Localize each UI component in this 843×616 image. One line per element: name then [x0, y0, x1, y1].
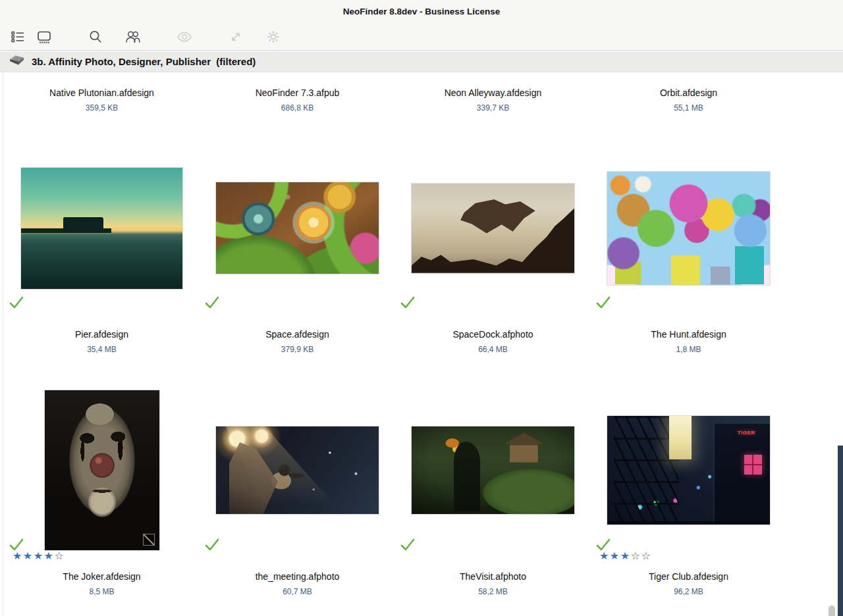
checkmark-icon — [596, 296, 611, 309]
eye-icon — [176, 29, 193, 45]
stars-empty: ☆☆ — [631, 550, 652, 561]
file-item-the-meeting[interactable]: the_meeting.afphoto 60,7 MB — [200, 390, 395, 616]
partial-next-item-edge — [838, 446, 843, 616]
file-name: Tiger Club.afdesign — [591, 571, 786, 582]
file-item-tiger-club[interactable]: TIGER ★★★☆☆ Tiger Club.afdesign 96,2 MB — [591, 390, 786, 616]
catalog-title: 3b. Affinity Photo, Designer, Publisher … — [32, 56, 256, 67]
disk-icon — [8, 55, 26, 68]
thumbnail-the-hunt[interactable] — [607, 172, 770, 285]
file-item-native-plutonian[interactable]: Native Plutonian.afdesign 359,5 KB — [4, 72, 200, 148]
computer-icon — [36, 29, 53, 45]
file-item-the-hunt[interactable]: The Hunt.afdesign 1,8 MB — [591, 147, 786, 390]
checkmark-icon — [400, 296, 415, 309]
window-title: NeoFinder 8.8dev - Business License — [343, 7, 501, 16]
file-name: Native Plutonian.afdesign — [4, 88, 200, 98]
gear-icon — [265, 29, 281, 45]
caption-strip — [607, 521, 770, 525]
file-name: NeoFinder 7.3.afpub — [200, 88, 395, 98]
file-item-neofinder-73[interactable]: NeoFinder 7.3.afpub 686,8 KB — [200, 72, 395, 148]
file-grid: Native Plutonian.afdesign 359,5 KB NeoFi… — [0, 72, 843, 616]
thumbnail-pier[interactable] — [21, 168, 182, 289]
window-titlebar: NeoFinder 8.8dev - Business License — [0, 0, 843, 22]
file-size: 60,7 MB — [200, 587, 395, 596]
file-size: 379,9 KB — [200, 345, 395, 354]
search-button[interactable] — [86, 28, 105, 46]
file-item-thevisit[interactable]: TheVisit.afphoto 58,2 MB — [395, 390, 591, 616]
computer-view-button[interactable] — [34, 28, 54, 46]
file-item-neon-alleyway[interactable]: Neon Alleyway.afdesign 339,7 KB — [395, 72, 591, 148]
preview-button — [175, 28, 194, 46]
file-item-pier[interactable]: Pier.afdesign 35,4 MB — [4, 147, 200, 390]
file-size: 66,4 MB — [395, 345, 591, 354]
file-name: Orbit.afdesign — [591, 88, 786, 98]
expand-icon — [228, 29, 244, 45]
users-icon — [124, 29, 142, 45]
thumbnail-thevisit[interactable] — [412, 426, 574, 514]
file-name: TheVisit.afphoto — [395, 571, 591, 582]
checkmark-icon — [400, 538, 415, 552]
grid-row-1: Native Plutonian.afdesign 359,5 KB NeoFi… — [0, 72, 843, 148]
file-item-space[interactable]: Space.afdesign 379,9 KB — [200, 147, 395, 390]
thumbnail-space[interactable] — [216, 182, 379, 274]
file-size: 58,2 MB — [395, 587, 591, 596]
stars-empty: ☆ — [54, 550, 65, 561]
checkmark-icon — [205, 296, 219, 309]
file-size: 1,8 MB — [591, 345, 786, 354]
file-name: Pier.afdesign — [4, 329, 200, 340]
toolbar — [0, 22, 843, 51]
search-icon — [88, 29, 103, 45]
grid-row-3: ★★★★☆ The Joker.afdesign 8,5 MB the_meet… — [0, 390, 843, 616]
file-size: 35,4 MB — [4, 345, 200, 354]
neon-sign-text: TIGER — [738, 430, 755, 436]
catalog-header: 3b. Affinity Photo, Designer, Publisher … — [0, 51, 843, 72]
file-size: 686,8 KB — [200, 103, 395, 113]
stars-filled: ★★★★ — [13, 550, 54, 561]
expand-button — [226, 28, 246, 46]
file-name: The Joker.afdesign — [4, 571, 200, 582]
vertical-scrollbar-thumb[interactable] — [829, 605, 835, 616]
checkmark-icon — [9, 538, 24, 552]
file-item-orbit[interactable]: Orbit.afdesign 55,1 MB — [591, 72, 786, 148]
checkmark-icon — [9, 296, 24, 309]
grid-row-2: Pier.afdesign 35,4 MB Space.afdesign 379… — [0, 147, 843, 390]
file-size: 96,2 MB — [591, 587, 786, 596]
file-name: the_meeting.afphoto — [200, 571, 395, 582]
file-size: 339,7 KB — [395, 103, 591, 113]
thumbnail-the-joker[interactable] — [45, 390, 159, 550]
stars-filled: ★★★ — [599, 550, 631, 561]
star-rating: ★★★★☆ — [13, 551, 65, 561]
file-size: 55,1 MB — [591, 103, 786, 113]
file-size: 8,5 MB — [4, 587, 200, 596]
file-item-spacedock[interactable]: SpaceDock.afphoto 66,4 MB — [395, 147, 591, 390]
checkmark-icon — [596, 538, 611, 552]
file-name: Neon Alleyway.afdesign — [395, 88, 591, 98]
file-size: 359,5 KB — [4, 103, 200, 113]
thumbnail-tiger-club[interactable]: TIGER — [607, 416, 770, 525]
thumbnail-the-meeting[interactable] — [216, 426, 379, 514]
list-view-button[interactable] — [8, 28, 28, 46]
window-glow-shape — [669, 416, 692, 459]
file-name: SpaceDock.afphoto — [395, 329, 591, 340]
file-name: The Hunt.afdesign — [591, 329, 786, 340]
pink-window-shape — [744, 455, 762, 475]
checkmark-icon — [205, 538, 219, 552]
thumbnail-spacedock[interactable] — [412, 184, 574, 273]
settings-button — [263, 28, 283, 46]
users-button[interactable] — [123, 28, 143, 46]
file-item-the-joker[interactable]: ★★★★☆ The Joker.afdesign 8,5 MB — [4, 390, 200, 616]
star-rating: ★★★☆☆ — [599, 551, 651, 561]
list-view-icon — [10, 29, 26, 45]
file-name: Space.afdesign — [200, 329, 395, 340]
